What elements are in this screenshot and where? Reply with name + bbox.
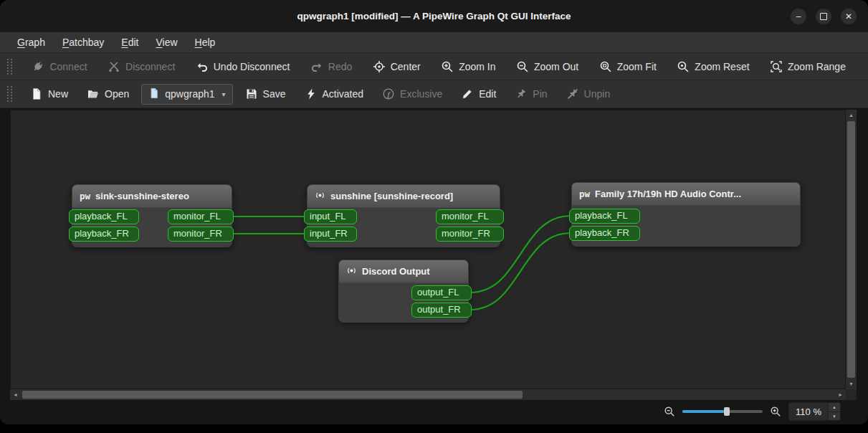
port-monitor_FL[interactable]: monitor_FL (436, 209, 504, 224)
zoom-fit-icon (599, 60, 612, 73)
port-input_FR[interactable]: input_FR (304, 227, 357, 242)
status-zoom-out-icon[interactable] (664, 406, 675, 417)
zoom-slider[interactable] (682, 410, 763, 413)
menu-edit[interactable]: Edit (113, 32, 147, 52)
menu-edit-label: Edit (121, 37, 138, 48)
zoom-reset-button[interactable]: Zoom Reset (670, 57, 755, 77)
undo-disconnect-button[interactable]: Undo Disconnect (189, 57, 297, 77)
port-playback_FR[interactable]: playback_FR (69, 227, 139, 242)
chevron-down-icon: ▾ (222, 90, 226, 98)
maximize-button[interactable] (816, 9, 831, 24)
scrollbar-corner (846, 389, 857, 400)
save-icon (245, 87, 258, 100)
pin-button[interactable]: Pin (508, 84, 553, 104)
minimize-button[interactable]: – (791, 9, 806, 24)
pin-label: Pin (533, 88, 547, 100)
patchbay-toolbar-drag-handle[interactable] (7, 86, 12, 102)
exclusive-button[interactable]: f Exclusive (376, 84, 449, 104)
edit-button[interactable]: Edit (454, 84, 502, 104)
unpin-icon (566, 87, 579, 100)
menu-graph[interactable]: Graph (9, 32, 54, 52)
zoom-in-button[interactable]: Zoom In (434, 57, 502, 77)
scroll-right-icon[interactable]: ▸ (835, 389, 846, 400)
graph-toolbar: Connect Disconnect Undo Disconnect Redo … (0, 53, 868, 80)
horizontal-scrollbar-thumb[interactable] (22, 391, 523, 399)
node-header[interactable]: Discord Output (339, 260, 468, 283)
port-output_FR[interactable]: output_FR (411, 303, 472, 318)
pin-icon (515, 87, 528, 100)
scroll-down-icon[interactable]: ▾ (846, 379, 857, 389)
port-monitor_FL[interactable]: monitor_FL (168, 209, 234, 224)
open-button[interactable]: Open (80, 84, 135, 104)
zoom-out-label: Zoom Out (534, 61, 578, 72)
center-icon (373, 60, 386, 73)
close-button[interactable]: ✕ (841, 9, 857, 24)
maximize-icon (820, 13, 827, 20)
zoom-fit-button[interactable]: Zoom Fit (593, 57, 663, 77)
redo-button[interactable]: Redo (304, 57, 358, 77)
node-title: sink-sunshine-stereo (95, 191, 189, 201)
statusbar: 110 % ▴ ▾ (0, 399, 868, 424)
port-output_FL[interactable]: output_FL (411, 285, 472, 300)
zoom-range-button[interactable]: Zoom Range (763, 57, 852, 77)
vertical-scrollbar[interactable]: ▴ ▾ (846, 110, 857, 389)
activated-label: Activated (323, 88, 364, 100)
center-button[interactable]: Center (366, 57, 427, 77)
patchbay-profile-value: qpwgraph1 (165, 88, 214, 100)
port-playback_FL[interactable]: playback_FL (569, 209, 640, 224)
menu-help-label: Help (195, 37, 216, 48)
file-icon (148, 87, 160, 101)
titlebar[interactable]: qpwgraph1 [modified] — A PipeWire Graph … (0, 0, 868, 32)
status-zoom-in-icon[interactable] (770, 406, 781, 417)
spin-up-button[interactable]: ▴ (829, 403, 840, 411)
new-label: New (48, 88, 68, 100)
close-icon: ✕ (845, 12, 852, 21)
menu-patchbay-label: Patchbay (62, 37, 104, 48)
minimize-icon: – (796, 12, 801, 21)
zoom-slider-thumb[interactable] (724, 407, 730, 416)
node-header[interactable]: pwFamily 17h/19h HD Audio Contr... (572, 183, 800, 206)
patchbay-toolbar: New Open qpwgraph1 ▾ Save Activated f Ex… (0, 80, 868, 108)
horizontal-scrollbar-track[interactable] (21, 389, 835, 400)
menu-help[interactable]: Help (186, 32, 224, 52)
new-button[interactable]: New (24, 84, 75, 104)
window-controls: – ✕ (791, 0, 857, 32)
zoom-out-button[interactable]: Zoom Out (510, 57, 585, 77)
disconnect-button[interactable]: Disconnect (101, 57, 181, 77)
zoom-reset-label: Zoom Reset (695, 61, 749, 72)
menu-view-label: View (156, 37, 177, 48)
toolbar-drag-handle[interactable] (7, 59, 12, 75)
zoom-reset-icon (677, 60, 690, 73)
exclusive-icon: f (382, 87, 395, 100)
menu-patchbay[interactable]: Patchbay (54, 32, 113, 52)
zoom-in-icon (441, 60, 454, 73)
port-playback_FR[interactable]: playback_FR (569, 226, 640, 241)
patchbay-profile-dropdown[interactable]: qpwgraph1 ▾ (141, 84, 232, 105)
node-header[interactable]: sunshine [sunshine-record] (307, 185, 500, 208)
activated-button[interactable]: Activated (298, 84, 371, 104)
record-icon (346, 265, 357, 278)
graph-canvas[interactable]: pwsink-sunshine-stereoplayback_FLplaybac… (10, 110, 846, 389)
zoom-out-icon (516, 60, 529, 73)
scroll-left-icon[interactable]: ◂ (10, 389, 21, 400)
vertical-scrollbar-thumb[interactable] (847, 121, 855, 378)
port-playback_FL[interactable]: playback_FL (69, 209, 139, 224)
app-window: qpwgraph1 [modified] — A PipeWire Graph … (0, 0, 868, 424)
node-title: Family 17h/19h HD Audio Contr... (595, 189, 741, 199)
connect-button[interactable]: Connect (25, 57, 93, 77)
node-header[interactable]: pwsink-sunshine-stereo (72, 185, 232, 208)
scroll-up-icon[interactable]: ▴ (846, 110, 857, 120)
port-monitor_FR[interactable]: monitor_FR (436, 227, 504, 242)
zoom-range-icon (770, 60, 783, 73)
new-file-icon (30, 87, 43, 100)
menu-view[interactable]: View (147, 32, 186, 52)
connect-label: Connect (49, 61, 87, 72)
unpin-button[interactable]: Unpin (560, 84, 617, 104)
menubar: Graph Patchbay Edit View Help (0, 32, 868, 53)
horizontal-scrollbar[interactable]: ◂ ▸ (10, 389, 846, 400)
port-monitor_FR[interactable]: monitor_FR (168, 227, 234, 242)
save-button[interactable]: Save (239, 84, 292, 104)
spin-down-button[interactable]: ▾ (829, 411, 840, 421)
port-input_FL[interactable]: input_FL (304, 209, 357, 224)
zoom-spinbox[interactable]: 110 % ▴ ▾ (788, 402, 841, 421)
